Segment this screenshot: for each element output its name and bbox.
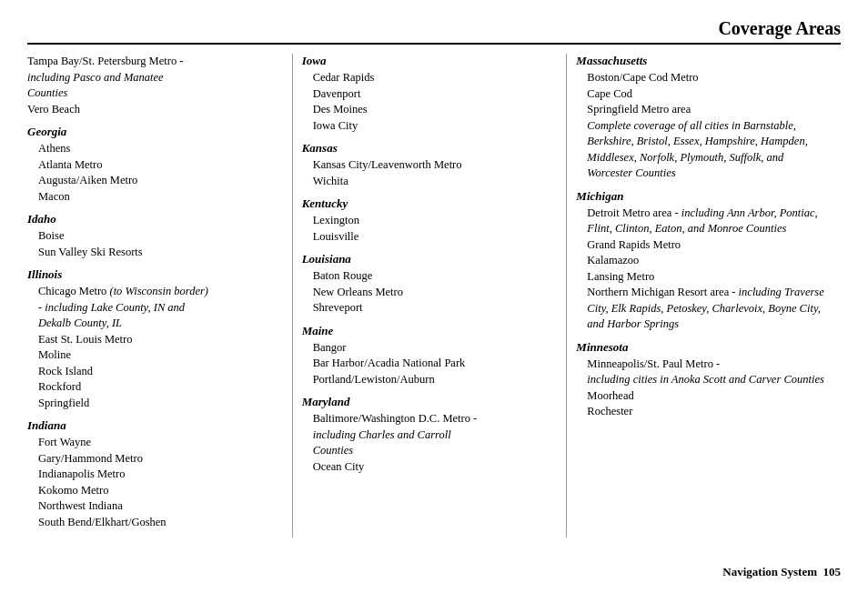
list-item: Baltimore/Washington D.C. Metro -includi… <box>313 411 553 459</box>
list-item: Gary/Hammond Metro <box>38 451 278 467</box>
list-item: Athens <box>38 141 278 157</box>
column-3: Massachusetts Boston/Cape Cod Metro Cape… <box>567 54 841 538</box>
list-item: Cedar Rapids <box>313 70 553 86</box>
list-item: Ocean City <box>313 459 553 476</box>
section-kentucky: Kentucky Lexington Louisville <box>302 196 553 245</box>
page: Coverage Areas Tampa Bay/St. Petersburg … <box>0 0 868 593</box>
list-item: Atlanta Metro <box>38 157 278 174</box>
list-item: Cape Cod <box>587 86 827 103</box>
list-item: Detroit Metro area - including Ann Arbor… <box>587 206 827 237</box>
list-item: Des Moines <box>313 102 553 118</box>
section-items-kansas: Kansas City/Leavenworth Metro Wichita <box>302 157 553 189</box>
column-2: Iowa Cedar Rapids Davenport Des Moines I… <box>293 54 568 538</box>
section-minnesota: Minnesota Minneapolis/St. Paul Metro -in… <box>576 340 827 420</box>
section-michigan: Michigan Detroit Metro area - including … <box>576 189 827 333</box>
page-title: Coverage Areas <box>718 18 841 38</box>
content-columns: Tampa Bay/St. Petersburg Metro - includi… <box>27 54 841 538</box>
list-item: Fort Wayne <box>38 435 278 451</box>
section-items-iowa: Cedar Rapids Davenport Des Moines Iowa C… <box>302 70 553 134</box>
list-item: South Bend/Elkhart/Goshen <box>38 515 278 531</box>
list-item: Davenport <box>313 86 553 103</box>
section-illinois: Illinois Chicago Metro (to Wisconsin bor… <box>27 267 278 411</box>
list-item: Wichita <box>313 174 553 190</box>
list-item: Indianapolis Metro <box>38 467 278 483</box>
section-header-michigan: Michigan <box>576 189 827 204</box>
list-item: New Orleans Metro <box>313 285 553 301</box>
section-indiana: Indiana Fort Wayne Gary/Hammond Metro In… <box>27 418 278 530</box>
section-idaho: Idaho Boise Sun Valley Ski Resorts <box>27 212 278 260</box>
list-item: Rock Island <box>38 364 278 380</box>
section-items-minnesota: Minneapolis/St. Paul Metro -including ci… <box>576 357 827 420</box>
section-items-maine: Bangor Bar Harbor/Acadia National Park P… <box>302 340 553 388</box>
list-item: Macon <box>38 189 278 206</box>
section-items-louisiana: Baton Rouge New Orleans Metro Shreveport <box>302 268 553 317</box>
list-item: Portland/Lewiston/Auburn <box>313 372 553 388</box>
list-item: Sun Valley Ski Resorts <box>38 245 278 261</box>
section-massachusetts: Massachusetts Boston/Cape Cod Metro Cape… <box>576 54 827 182</box>
list-item: Louisville <box>313 229 553 246</box>
column-1: Tampa Bay/St. Petersburg Metro - includi… <box>27 54 293 538</box>
section-header-idaho: Idaho <box>27 212 278 226</box>
list-item: Springfield <box>38 396 278 412</box>
section-header-georgia: Georgia <box>27 125 278 139</box>
section-kansas: Kansas Kansas City/Leavenworth Metro Wic… <box>302 141 553 189</box>
list-item: Augusta/Aiken Metro <box>38 173 278 189</box>
section-header-massachusetts: Massachusetts <box>576 54 827 68</box>
section-items-maryland: Baltimore/Washington D.C. Metro -includi… <box>302 411 553 475</box>
list-item: Lexington <box>313 213 553 229</box>
section-louisiana: Louisiana Baton Rouge New Orleans Metro … <box>302 252 553 317</box>
section-header-illinois: Illinois <box>27 267 278 282</box>
list-item: Lansing Metro <box>587 269 827 286</box>
section-header-iowa: Iowa <box>302 54 553 68</box>
section-items-idaho: Boise Sun Valley Ski Resorts <box>27 228 278 260</box>
section-maryland: Maryland Baltimore/Washington D.C. Metro… <box>302 395 553 475</box>
list-item: Iowa City <box>313 118 553 135</box>
section-iowa: Iowa Cedar Rapids Davenport Des Moines I… <box>302 54 553 134</box>
list-item: Kokomo Metro <box>38 483 278 499</box>
list-item: Moorhead <box>587 388 827 405</box>
section-items-kentucky: Lexington Louisville <box>302 213 553 245</box>
section-items-michigan: Detroit Metro area - including Ann Arbor… <box>576 206 827 333</box>
section-header-kentucky: Kentucky <box>302 196 553 211</box>
section-georgia: Georgia Athens Atlanta Metro Augusta/Aik… <box>27 125 278 205</box>
list-item: Bar Harbor/Acadia National Park <box>313 356 553 372</box>
section-header-kansas: Kansas <box>302 141 553 156</box>
list-item: Grand Rapids Metro <box>587 237 827 254</box>
list-item: Boston/Cape Cod Metro <box>587 70 827 86</box>
section-items-illinois: Chicago Metro (to Wisconsin border)- inc… <box>27 284 278 411</box>
list-item: Kansas City/Leavenworth Metro <box>313 157 553 174</box>
section-header-louisiana: Louisiana <box>302 252 553 266</box>
list-item: Kalamazoo <box>587 253 827 269</box>
page-header: Coverage Areas <box>27 18 841 45</box>
list-item: Shreveport <box>313 300 553 317</box>
list-item: Northern Michigan Resort area - includin… <box>587 285 827 333</box>
list-item: East St. Louis Metro <box>38 332 278 348</box>
intro-text: Tampa Bay/St. Petersburg Metro - includi… <box>27 54 278 117</box>
section-items-indiana: Fort Wayne Gary/Hammond Metro Indianapol… <box>27 435 278 530</box>
section-header-indiana: Indiana <box>27 418 278 433</box>
page-footer: Navigation System 105 <box>722 565 841 579</box>
section-items-massachusetts: Boston/Cape Cod Metro Cape Cod Springfie… <box>576 70 827 182</box>
list-item: Baton Rouge <box>313 268 553 285</box>
list-item: Rochester <box>587 404 827 420</box>
list-item: Northwest Indiana <box>38 498 278 515</box>
list-item: Complete coverage of all cities in Barns… <box>587 118 827 182</box>
section-header-minnesota: Minnesota <box>576 340 827 355</box>
list-item: Boise <box>38 228 278 245</box>
section-header-maine: Maine <box>302 324 553 338</box>
section-maine: Maine Bangor Bar Harbor/Acadia National … <box>302 324 553 388</box>
section-header-maryland: Maryland <box>302 395 553 409</box>
list-item: Moline <box>38 347 278 364</box>
section-items-georgia: Athens Atlanta Metro Augusta/Aiken Metro… <box>27 141 278 205</box>
list-item: Rockford <box>38 379 278 396</box>
footer-text: Navigation System 105 <box>722 565 841 578</box>
list-item: Minneapolis/St. Paul Metro -including ci… <box>587 357 827 388</box>
list-item: Springfield Metro area <box>587 102 827 118</box>
list-item: Chicago Metro (to Wisconsin border)- inc… <box>38 284 278 332</box>
list-item: Bangor <box>313 340 553 357</box>
